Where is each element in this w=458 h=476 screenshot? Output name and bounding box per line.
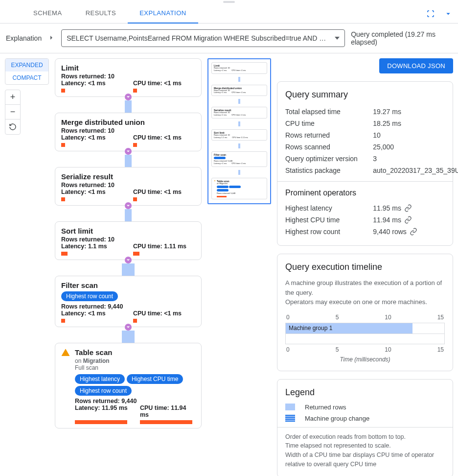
node-latency: Latency: <1 ms (61, 310, 123, 317)
timeline-track: Machine group 1 (285, 323, 445, 344)
zoom-out-button[interactable]: − (5, 105, 20, 119)
node-cpu: CPU time: <1 ms (133, 80, 195, 87)
tick: 5 (336, 314, 339, 321)
connector (55, 97, 202, 113)
summary-row: Query optimizer version3 (285, 153, 445, 165)
connector-dot[interactable] (125, 324, 132, 331)
node-badge: Highest row count (61, 291, 118, 301)
node-badge: Highest row count (75, 386, 132, 396)
summary-row: Statistics packageauto_20220317_23_35_39… (285, 165, 445, 176)
legend-title: Legend (285, 387, 445, 398)
link-icon[interactable] (404, 204, 412, 212)
query-summary-card: Query summary Total elapsed time19.27 ms… (277, 81, 453, 246)
view-compact-button[interactable]: COMPACT (5, 71, 48, 84)
node-subtitle2: Full scan (75, 364, 195, 371)
node-latency: Latency: 11.95 ms (75, 405, 130, 418)
node-cpu: CPU time: 11.94 ms (140, 405, 195, 418)
cpu-bar (133, 89, 137, 93)
legend-foot2: Time elapsed not represented to scale. (285, 441, 445, 451)
collapse-icon[interactable] (442, 8, 454, 20)
node-rows: Rows returned: 9,440 (61, 303, 195, 310)
tab-bar: SCHEMA RESULTS EXPLANATION (0, 4, 458, 24)
plan-node[interactable]: LimitRows returned: 10Latency: <1 msCPU … (55, 58, 202, 97)
node-subtitle: on Migration (75, 357, 195, 364)
timeline-desc2: Operators may execute on one or more mac… (285, 297, 445, 307)
link-icon[interactable] (410, 228, 417, 236)
machine-group-bar[interactable]: Machine group 1 (286, 323, 412, 333)
dropdown-icon (335, 36, 340, 41)
connector (55, 151, 202, 167)
summary-row: Total elapsed time19.27 ms (285, 106, 445, 118)
node-latency: Latency: 1.1 ms (61, 243, 123, 250)
link-icon[interactable] (404, 216, 412, 224)
legend-mg-label: Machine group change (305, 415, 369, 422)
zoom-controls: + − (5, 90, 21, 135)
tab-results[interactable]: RESULTS (74, 4, 128, 24)
tick: 0 (286, 346, 290, 353)
node-latency: Latency: <1 ms (61, 189, 123, 195)
summary-row: Rows scanned25,000 (285, 141, 445, 153)
plan-tree[interactable]: LimitRows returned: 10Latency: <1 msCPU … (55, 58, 202, 428)
node-rows: Rows returned: 10 (61, 73, 195, 80)
download-json-button[interactable]: DOWNLOAD JSON (379, 58, 453, 73)
tick: 10 (385, 346, 391, 353)
latency-bar (61, 197, 65, 201)
node-title: Filter scan (61, 281, 195, 289)
tick: 0 (286, 314, 290, 321)
connector (55, 260, 202, 276)
latency-bar (61, 143, 65, 147)
zoom-reset-button[interactable] (5, 119, 20, 134)
prominent-title: Prominent operators (285, 189, 445, 197)
latency-bar (61, 252, 68, 256)
cpu-bar (133, 197, 137, 201)
view-expanded-button[interactable]: EXPANDED (5, 59, 48, 71)
node-rows: Rows returned: 9,440 (75, 398, 195, 405)
cpu-bar (133, 252, 139, 256)
prominent-row: Highest CPU time11.94 ms (285, 214, 445, 226)
node-title: Sort limit (61, 227, 195, 235)
cpu-bar (133, 319, 137, 323)
summary-row: CPU time18.25 ms (285, 118, 445, 129)
prominent-row: Highest latency11.95 ms (285, 202, 445, 214)
timeline-card: Query execution timeline A machine group… (277, 254, 453, 371)
plan-node[interactable]: Sort limitRows returned: 10Latency: 1.1 … (55, 221, 202, 260)
node-title: Table scan (75, 348, 195, 357)
legend-card: Legend Returned rows Machine group chang… (277, 379, 453, 476)
plan-node[interactable]: Filter scanHighest row countRows returne… (55, 276, 202, 327)
node-title: Limit (61, 64, 195, 72)
timeline-title: Query execution timeline (285, 262, 445, 272)
node-rows: Rows returned: 10 (61, 236, 195, 243)
tick: 15 (437, 314, 444, 321)
breadcrumb: Explanation (6, 34, 42, 42)
node-rows: Rows returned: 10 (61, 127, 195, 134)
plan-node[interactable]: Serialize resultRows returned: 10Latency… (55, 167, 202, 206)
plan-node[interactable]: Merge distributed unionRows returned: 10… (55, 113, 202, 151)
plan-node[interactable]: Table scanon MigrationFull scanHighest l… (55, 343, 202, 428)
node-latency: Latency: <1 ms (61, 80, 123, 87)
summary-title: Query summary (285, 90, 445, 100)
tick: 15 (437, 346, 444, 353)
connector (55, 327, 202, 343)
legend-rows-label: Returned rows (305, 404, 346, 411)
connector-dot[interactable] (125, 257, 132, 263)
legend-swatch-mg (285, 415, 295, 422)
view-mode-toggle: EXPANDED COMPACT (5, 58, 49, 85)
node-title: Serialize result (61, 172, 195, 181)
node-title: Merge distributed union (61, 118, 195, 126)
query-select[interactable]: SELECT Username,PointsEarned FROM Migrat… (61, 29, 345, 47)
fullscreen-icon[interactable] (425, 8, 436, 20)
warning-icon (61, 348, 70, 424)
connector-dot[interactable] (125, 202, 132, 209)
latency-bar (75, 420, 127, 424)
query-text: SELECT Username,PointsEarned FROM Migrat… (67, 34, 331, 42)
connector-dot[interactable] (125, 94, 132, 100)
connector-dot[interactable] (125, 148, 132, 155)
minimap[interactable]: LimitRows returned: 10Latency <1 msCPU t… (207, 58, 271, 204)
zoom-in-button[interactable]: + (5, 90, 20, 105)
chevron-right-icon (47, 34, 55, 43)
cpu-bar (133, 143, 137, 147)
latency-bar (61, 89, 65, 93)
tab-explanation[interactable]: EXPLANATION (128, 4, 198, 24)
node-cpu: CPU time: <1 ms (133, 134, 195, 141)
tab-schema[interactable]: SCHEMA (22, 4, 74, 24)
